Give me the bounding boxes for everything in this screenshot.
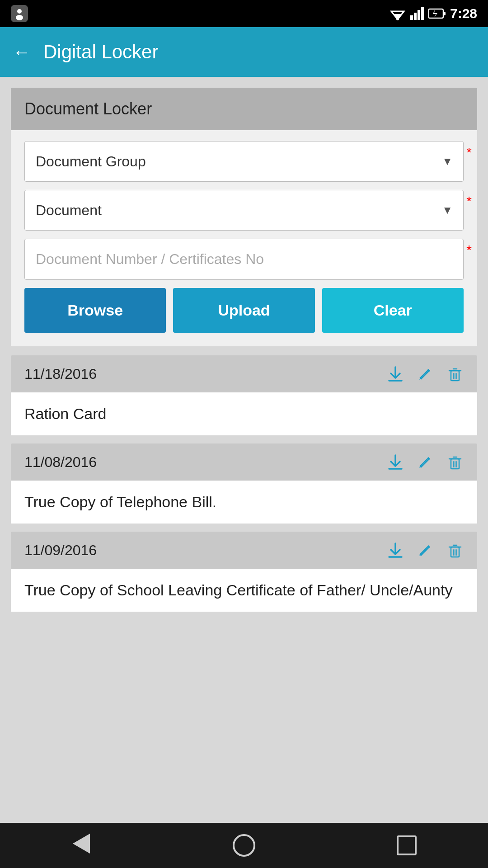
card-header: Document Locker xyxy=(11,88,477,130)
status-bar-left xyxy=(11,5,28,22)
svg-point-1 xyxy=(17,9,22,14)
document-item-header-2: 11/09/2016 xyxy=(11,532,477,569)
download-icon-2[interactable] xyxy=(387,542,404,559)
svg-point-5 xyxy=(396,18,399,20)
document-item-name-0: Ration Card xyxy=(24,405,106,422)
document-item-header-0: 11/18/2016 xyxy=(11,355,477,392)
status-bar: 7:28 xyxy=(0,0,488,27)
document-group-required: * xyxy=(466,145,472,160)
nav-recent-icon xyxy=(397,835,417,855)
card-body: Document Group * Document * * xyxy=(11,130,477,346)
download-icon-0[interactable] xyxy=(387,365,404,382)
document-item-0: 11/18/2016 xyxy=(11,355,477,435)
nav-back-icon xyxy=(73,834,90,858)
nav-home-button[interactable] xyxy=(226,827,262,863)
document-item-body-0: Ration Card xyxy=(11,392,477,435)
svg-rect-7 xyxy=(414,13,417,20)
signal-icon xyxy=(410,7,424,20)
battery-icon xyxy=(428,8,446,19)
svg-marker-12 xyxy=(433,10,437,17)
document-group-field: Document Group * xyxy=(24,141,464,182)
document-select-wrapper: Document xyxy=(24,190,464,231)
document-item-1: 11/08/2016 xyxy=(11,443,477,524)
edit-icon-2[interactable] xyxy=(417,542,434,559)
document-item-actions-0 xyxy=(387,365,464,382)
document-locker-card: Document Locker Document Group * Documen… xyxy=(11,88,477,346)
delete-icon-2[interactable] xyxy=(446,542,464,559)
status-bar-right: 7:28 xyxy=(389,6,477,21)
navigation-bar xyxy=(0,823,488,868)
browse-button[interactable]: Browse xyxy=(24,288,166,333)
document-item-date-1: 11/08/2016 xyxy=(24,454,97,471)
clear-button[interactable]: Clear xyxy=(322,288,464,333)
svg-rect-6 xyxy=(410,15,413,20)
edit-icon-0[interactable] xyxy=(417,365,434,382)
document-item-name-1: True Copy of Telephone Bill. xyxy=(24,493,216,510)
document-item-2: 11/09/2016 xyxy=(11,532,477,612)
document-item-date-0: 11/18/2016 xyxy=(24,366,97,382)
certificates-no-field: * xyxy=(24,239,464,280)
document-field: Document * xyxy=(24,190,464,231)
app-icon xyxy=(11,5,28,22)
document-item-header-1: 11/08/2016 xyxy=(11,443,477,481)
delete-icon-1[interactable] xyxy=(446,453,464,471)
download-icon-1[interactable] xyxy=(387,453,404,471)
document-group-select[interactable]: Document Group xyxy=(24,141,464,182)
nav-back-button[interactable] xyxy=(63,827,99,863)
app-bar: ← Digital Locker xyxy=(0,27,488,77)
edit-icon-1[interactable] xyxy=(417,453,434,471)
document-select[interactable]: Document xyxy=(24,190,464,231)
nav-home-icon xyxy=(233,834,255,857)
document-item-date-2: 11/09/2016 xyxy=(24,542,97,559)
document-item-actions-2 xyxy=(387,542,464,559)
card-header-title: Document Locker xyxy=(24,99,152,118)
wifi-icon xyxy=(389,7,406,20)
document-required: * xyxy=(466,193,472,209)
certificates-no-input[interactable] xyxy=(24,239,464,280)
document-item-name-2: True Copy of School Leaving Certificate … xyxy=(24,581,452,599)
action-buttons: Browse Upload Clear xyxy=(24,288,464,333)
document-item-body-2: True Copy of School Leaving Certificate … xyxy=(11,569,477,612)
delete-icon-0[interactable] xyxy=(446,365,464,382)
svg-rect-8 xyxy=(418,10,420,20)
document-group-select-wrapper: Document Group xyxy=(24,141,464,182)
svg-point-2 xyxy=(16,15,23,20)
document-item-body-1: True Copy of Telephone Bill. xyxy=(11,481,477,524)
svg-rect-11 xyxy=(443,12,446,15)
svg-rect-9 xyxy=(421,7,424,20)
upload-button[interactable]: Upload xyxy=(173,288,314,333)
status-bar-time: 7:28 xyxy=(450,6,477,21)
app-bar-title: Digital Locker xyxy=(43,41,158,63)
document-item-actions-1 xyxy=(387,453,464,471)
nav-recent-button[interactable] xyxy=(389,827,425,863)
main-content: Document Locker Document Group * Documen… xyxy=(0,77,488,823)
certificates-no-required: * xyxy=(466,242,472,258)
back-button[interactable]: ← xyxy=(13,42,31,62)
document-list: 11/18/2016 xyxy=(11,355,477,620)
